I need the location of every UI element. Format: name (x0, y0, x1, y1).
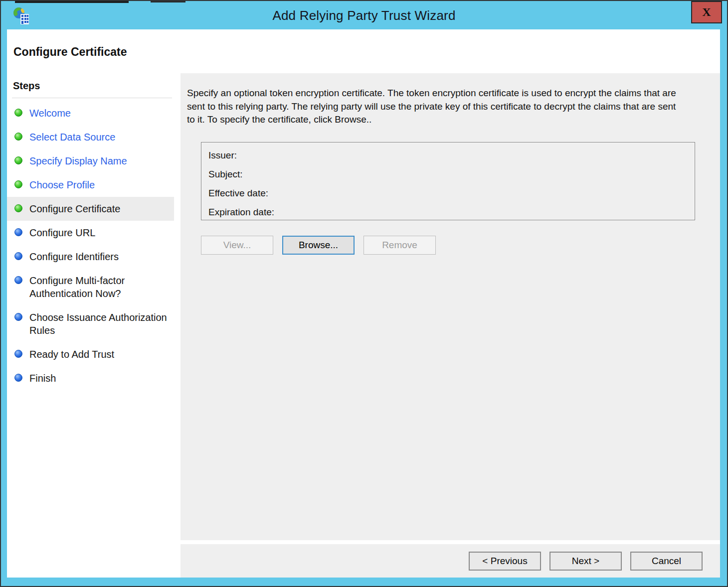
page-title: Configure Certificate (13, 45, 127, 59)
pending-step-bullet-icon (14, 374, 22, 382)
sidebar-step-welcome[interactable]: Welcome (7, 101, 174, 125)
sidebar-step-select-data-source[interactable]: Select Data Source (7, 125, 174, 149)
next-button[interactable]: Next > (549, 552, 622, 571)
sidebar-step-configure-identifiers: Configure Identifiers (7, 245, 174, 269)
titlebar: Add Relying Party Trust Wizard X (2, 2, 726, 29)
step-description: Specify an optional token encryption cer… (187, 87, 686, 127)
pending-step-bullet-icon (14, 313, 22, 321)
view-button: View... (201, 236, 273, 255)
certificate-field-label: Expiration date: (208, 207, 274, 226)
steps-sidebar: Steps WelcomeSelect Data SourceSpecify D… (7, 73, 174, 578)
step-label: Configure Certificate (29, 202, 120, 215)
sidebar-step-specify-display-name[interactable]: Specify Display Name (7, 149, 174, 173)
step-label: Choose Issuance Authorization Rules (29, 311, 170, 337)
certificate-field-row: Expiration date: (208, 207, 688, 226)
step-label: Configure Identifiers (29, 250, 119, 263)
step-label: Select Data Source (29, 131, 115, 144)
certificate-actions: View... Browse... Remove (201, 236, 720, 255)
previous-button[interactable]: < Previous (469, 552, 541, 571)
step-label: Choose Profile (29, 178, 95, 191)
close-button[interactable]: X (691, 1, 722, 23)
certificate-field-label: Effective date: (208, 188, 268, 207)
pending-step-bullet-icon (14, 252, 22, 260)
sidebar-content-divider (174, 73, 181, 578)
pending-step-bullet-icon (14, 276, 22, 284)
pending-step-bullet-icon (14, 350, 22, 358)
sidebar-step-ready-to-add-trust: Ready to Add Trust (7, 342, 174, 366)
window-title: Add Relying Party Trust Wizard (2, 8, 726, 23)
sidebar-step-finish: Finish (7, 366, 174, 390)
sidebar-step-configure-url: Configure URL (7, 221, 174, 245)
steps-list: WelcomeSelect Data SourceSpecify Display… (7, 101, 174, 390)
completed-step-bullet-icon (14, 156, 22, 164)
wizard-navigation-bar: < Previous Next > Cancel (181, 544, 720, 578)
step-label: Welcome (29, 107, 71, 120)
step-label: Finish (29, 372, 56, 385)
completed-step-bullet-icon (14, 109, 22, 117)
steps-heading: Steps (12, 79, 172, 98)
sidebar-step-choose-issuance-authorization-rules: Choose Issuance Authorization Rules (7, 305, 174, 342)
certificate-field-row: Subject: (208, 169, 688, 188)
browse-button[interactable]: Browse... (282, 236, 355, 255)
step-label: Specify Display Name (29, 154, 127, 167)
sidebar-step-configure-certificate: Configure Certificate (7, 197, 174, 221)
pending-step-bullet-icon (14, 228, 22, 236)
certificate-field-row: Issuer: (208, 150, 688, 169)
certificate-field-label: Subject: (208, 169, 243, 188)
step-label: Configure Multi-factor Authentication No… (29, 274, 170, 300)
main-content: Specify an optional token encryption cer… (181, 73, 720, 540)
client-area: Configure Certificate Steps WelcomeSelec… (7, 29, 720, 578)
sidebar-step-choose-profile[interactable]: Choose Profile (7, 173, 174, 197)
bottom-bar-divider (181, 540, 720, 544)
completed-step-bullet-icon (14, 204, 22, 212)
step-label: Ready to Add Trust (29, 348, 114, 361)
cancel-button[interactable]: Cancel (630, 552, 703, 571)
certificate-field-label: Issuer: (208, 150, 237, 169)
step-label: Configure URL (29, 226, 95, 239)
sidebar-step-configure-multi-factor-authentication-now: Configure Multi-factor Authentication No… (7, 269, 174, 305)
header-band: Configure Certificate (7, 29, 720, 73)
wizard-window: Add Relying Party Trust Wizard X Configu… (0, 0, 728, 587)
completed-step-bullet-icon (14, 133, 22, 141)
certificate-field-row: Effective date: (208, 188, 688, 207)
certificate-details-box: Issuer:Subject:Effective date:Expiration… (201, 142, 695, 220)
remove-button: Remove (364, 236, 436, 255)
completed-step-bullet-icon (14, 180, 22, 188)
